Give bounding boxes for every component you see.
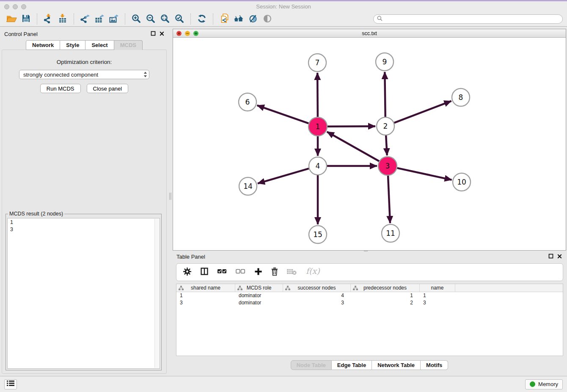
table-cell[interactable]: 1 <box>176 293 235 298</box>
run-mcds-button[interactable]: Run MCDS <box>40 84 81 93</box>
network-canvas-container: 1234678910111415 <box>173 38 566 250</box>
export-table-icon <box>95 14 104 25</box>
zoom-out-button[interactable] <box>143 13 158 25</box>
table-cell[interactable]: dominator <box>235 293 283 298</box>
column-header-name[interactable]: name <box>420 284 455 292</box>
contrast-icon <box>263 14 272 24</box>
tab-network-table[interactable]: Network Table <box>372 360 421 370</box>
graph-edge-2-8[interactable] <box>394 101 451 123</box>
delete-row-button[interactable] <box>271 267 278 278</box>
graph-node-3[interactable]: 3 <box>378 157 397 175</box>
table-row[interactable]: 3dominator323 <box>176 299 563 306</box>
graph-edge-1-7[interactable] <box>317 73 318 117</box>
home-button[interactable] <box>231 13 246 25</box>
select-all-button[interactable] <box>217 268 227 276</box>
tab-select[interactable]: Select <box>85 40 114 50</box>
vertical-splitter-grip[interactable] <box>169 193 171 200</box>
tab-edge-table[interactable]: Edge Table <box>332 360 372 370</box>
open-folder-button[interactable] <box>4 13 19 25</box>
graph-edge-3-11[interactable] <box>388 176 390 223</box>
table-cell[interactable]: 3 <box>420 300 455 306</box>
graph-node-11[interactable]: 11 <box>382 224 399 242</box>
graph-node-label: 10 <box>457 178 466 186</box>
save-button[interactable] <box>19 13 33 25</box>
graph-edge-1-2[interactable] <box>328 126 375 127</box>
float-panel-icon[interactable] <box>151 31 156 37</box>
mcds-panel: Optimization criterion: strongly connect… <box>2 50 167 374</box>
control-panel-header: Control Panel <box>0 29 168 39</box>
table-cell[interactable]: 4 <box>283 293 351 298</box>
column-header-MCDS-role[interactable]: MCDS role <box>235 284 283 292</box>
gear-button[interactable] <box>183 267 192 278</box>
export-table-button[interactable] <box>92 13 107 25</box>
table-cell[interactable]: dominator <box>235 300 283 306</box>
network-canvas[interactable]: 1234678910111415 <box>173 38 566 250</box>
table-cell[interactable]: 3 <box>283 300 351 306</box>
close-panel-icon[interactable] <box>160 31 164 37</box>
graph-edge-1-6[interactable] <box>257 105 309 123</box>
table-cell[interactable]: 3 <box>176 300 235 306</box>
graph-node-1[interactable]: 1 <box>308 117 327 136</box>
columns-button[interactable] <box>200 267 209 277</box>
deselect-all-button[interactable] <box>236 268 246 276</box>
graph-node-7[interactable]: 7 <box>308 54 326 72</box>
table-cell[interactable]: 1 <box>420 293 455 298</box>
float-table-panel-icon[interactable] <box>548 254 553 260</box>
graph-edge-3-1[interactable] <box>327 132 379 161</box>
graph-node-15[interactable]: 15 <box>309 226 327 243</box>
column-header-predecessor-nodes[interactable]: predecessor nodes <box>351 284 420 292</box>
search-input[interactable] <box>385 16 559 22</box>
optimization-criterion-label: Optimization criterion: <box>2 59 166 65</box>
graph-node-14[interactable]: 14 <box>239 177 257 195</box>
optimization-criterion-select[interactable]: strongly connected component <box>19 70 149 79</box>
add-row-button[interactable] <box>254 268 262 277</box>
tab-style[interactable]: Style <box>60 40 85 50</box>
refresh-button[interactable] <box>195 13 209 25</box>
tab-motifs[interactable]: Motifs <box>421 360 448 370</box>
graph-edge-3-10[interactable] <box>397 168 451 180</box>
select-all-icon <box>217 268 227 276</box>
graph-node-label: 15 <box>313 230 322 239</box>
table-cell[interactable]: 2 <box>351 300 420 306</box>
search-box[interactable] <box>373 14 563 24</box>
graph-node-8[interactable]: 8 <box>452 88 470 106</box>
copy-network-button[interactable] <box>217 13 231 25</box>
mcds-result-textarea[interactable]: 1 3 <box>7 218 160 369</box>
close-panel-button[interactable]: Close panel <box>87 84 129 93</box>
zoom-selected-button[interactable] <box>172 13 187 25</box>
memory-button[interactable]: Memory <box>525 379 563 389</box>
tab-mcds[interactable]: MCDS <box>114 40 143 50</box>
zoom-in-button[interactable] <box>129 13 143 25</box>
contrast-button[interactable] <box>260 13 275 25</box>
export-network-button[interactable] <box>78 13 92 25</box>
table-row[interactable]: 1dominator411 <box>176 292 563 299</box>
close-table-panel-icon[interactable] <box>557 254 562 260</box>
table-cell[interactable]: 1 <box>351 293 420 298</box>
add-row-icon <box>254 270 262 277</box>
graph-node-6[interactable]: 6 <box>239 93 256 111</box>
import-network-button[interactable] <box>41 13 55 25</box>
graph-node-label: 7 <box>315 58 320 67</box>
import-table-button[interactable] <box>55 13 70 25</box>
export-image-button[interactable] <box>107 13 121 25</box>
table-header-row: shared nameMCDS rolesuccessor nodesprede… <box>176 284 563 292</box>
memory-label: Memory <box>538 381 558 387</box>
copy-network-icon <box>220 14 229 25</box>
column-header-shared-name[interactable]: shared name <box>176 284 235 292</box>
graph-node-10[interactable]: 10 <box>453 173 471 191</box>
result-scrollbar[interactable] <box>154 219 159 368</box>
columns-icon <box>200 270 209 277</box>
graph-node-label: 3 <box>385 162 390 170</box>
graph-edge-2-9[interactable] <box>385 72 385 117</box>
graph-edge-4-14[interactable] <box>258 168 309 183</box>
graph-edge-2-3[interactable] <box>386 135 387 155</box>
tab-network[interactable]: Network <box>26 40 60 50</box>
graph-node-4[interactable]: 4 <box>309 157 327 175</box>
hide-details-button[interactable] <box>246 13 260 25</box>
column-header-successor-nodes[interactable]: successor nodes <box>283 284 351 292</box>
tab-node-table[interactable]: Node Table <box>291 360 332 370</box>
graph-node-9[interactable]: 9 <box>376 53 394 71</box>
task-history-button[interactable] <box>4 379 17 389</box>
graph-node-2[interactable]: 2 <box>377 117 394 135</box>
zoom-fit-button[interactable] <box>158 13 172 25</box>
